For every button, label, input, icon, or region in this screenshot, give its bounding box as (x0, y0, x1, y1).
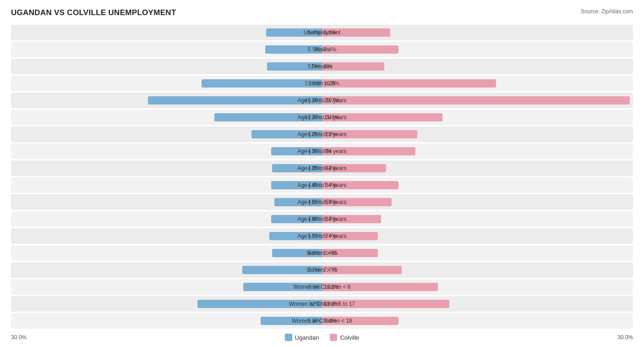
chart-header: UGANDAN VS COLVILLE UNEMPLOYMENT Source:… (11, 8, 633, 17)
row-label: Age | 55 to 59 years (297, 199, 346, 205)
row-label: Age | 45 to 54 years (297, 182, 346, 188)
chart-row: 4.8% Age | 35 to 44 years 6.2% (11, 160, 633, 176)
row-label: Males (315, 46, 329, 53)
row-label: Age | 25 to 29 years (297, 131, 346, 138)
chart-footer: 30.0% Ugandan Colville 30.0% (11, 334, 633, 341)
chart-container: UGANDAN VS COLVILLE UNEMPLOYMENT Source:… (0, 0, 644, 347)
chart-row: 7.6% Women w/ Children < 6 11.2% (11, 279, 633, 295)
chart-row: 5.1% Age | 65 to 74 years 5.4% (11, 228, 633, 244)
row-inner: 12% Women w/ Children 6 to 17 12.3% (11, 296, 633, 312)
chart-row: 5.9% Women w/ Children < 18 7.4% (11, 313, 633, 329)
bar-left (202, 79, 322, 88)
legend-colville-box (330, 334, 337, 341)
chart-row: 7.7% Seniors > 75 7.7% (11, 262, 633, 278)
chart-row: 6.8% Age | 25 to 29 years 9.2% (11, 127, 633, 142)
chart-row: 11.6% Youth < 25 16.8% (11, 76, 633, 91)
bar-left (148, 96, 322, 105)
row-label: Age | 20 to 24 years (297, 114, 346, 121)
chart-title: UGANDAN VS COLVILLE UNEMPLOYMENT (11, 8, 176, 17)
footer-left-value: 30.0% (11, 334, 38, 341)
legend-ugandan-box (285, 334, 292, 341)
row-label: Seniors > 65 (306, 250, 338, 256)
row-inner: 7.6% Women w/ Children < 6 11.2% (11, 279, 633, 295)
bar-right (322, 96, 630, 105)
footer-right-value: 30.0% (606, 334, 633, 341)
row-inner: 4.9% Age | 30 to 34 years 9% (11, 143, 633, 159)
row-inner: 5.4% Unemployment 6.6% (11, 25, 633, 40)
chart-row: 12% Women w/ Children 6 to 17 12.3% (11, 296, 633, 312)
row-label: Age | 65 to 74 years (297, 233, 346, 239)
chart-row: 5.4% Unemployment 6.6% (11, 25, 633, 40)
legend-ugandan-label: Ugandan (295, 334, 319, 341)
chart-row: 5.3% Females 6% (11, 59, 633, 74)
row-inner: 6.8% Age | 25 to 29 years 9.2% (11, 127, 633, 142)
row-label: Age | 35 to 44 years (297, 165, 346, 171)
chart-row: 4.9% Age | 30 to 34 years 9% (11, 143, 633, 159)
row-label: Unemployment (304, 29, 341, 36)
row-inner: 5.3% Females 6% (11, 59, 633, 74)
row-label: Females (311, 63, 333, 70)
chart-row: 4.8% Seniors > 65 5.4% (11, 245, 633, 261)
chart-row: 5.5% Males 7.4% (11, 42, 633, 57)
row-label: Women w/ Children < 6 (294, 284, 351, 290)
row-inner: 7.7% Seniors > 75 7.7% (11, 262, 633, 278)
chart-row: 4.9% Age | 45 to 54 years 7.4% (11, 177, 633, 193)
legend-colville-label: Colville (340, 334, 359, 341)
row-label: Women w/ Children < 18 (292, 318, 352, 324)
row-label: Youth < 25 (309, 80, 335, 87)
bar-right (322, 79, 496, 88)
row-inner: 4.6% Age | 55 to 59 years 6.7% (11, 194, 633, 210)
row-label: Seniors > 75 (306, 267, 338, 273)
row-inner: 4.8% Seniors > 65 5.4% (11, 245, 633, 261)
row-label: Age | 16 to 19 years (297, 97, 346, 104)
row-inner: 11.6% Youth < 25 16.8% (11, 76, 633, 91)
row-inner: 16.8% Age | 16 to 19 years 29.7% (11, 93, 633, 108)
chart-row: 4.6% Age | 55 to 59 years 6.7% (11, 194, 633, 210)
chart-body: 5.4% Unemployment 6.6% 5.5% Males 7.4% 5… (11, 25, 633, 330)
legend-ugandan: Ugandan (285, 334, 319, 341)
legend-colville: Colville (330, 334, 359, 341)
row-inner: 4.9% Age | 60 to 64 years 5.7% (11, 211, 633, 227)
row-label: Age | 30 to 34 years (297, 148, 346, 154)
chart-row: 10.4% Age | 20 to 24 years 11.6% (11, 110, 633, 125)
row-inner: 10.4% Age | 20 to 24 years 11.6% (11, 110, 633, 125)
row-label: Women w/ Children 6 to 17 (289, 301, 355, 307)
row-inner: 5.1% Age | 65 to 74 years 5.4% (11, 228, 633, 244)
row-label: Age | 60 to 64 years (297, 216, 346, 222)
chart-row: 16.8% Age | 16 to 19 years 29.7% (11, 93, 633, 108)
row-inner: 5.5% Males 7.4% (11, 42, 633, 57)
chart-row: 4.9% Age | 60 to 64 years 5.7% (11, 211, 633, 227)
legend: Ugandan Colville (38, 334, 606, 341)
chart-source: Source: ZipAtlas.com (581, 8, 633, 15)
row-inner: 4.9% Age | 45 to 54 years 7.4% (11, 177, 633, 193)
row-inner: 4.8% Age | 35 to 44 years 6.2% (11, 160, 633, 176)
row-inner: 5.9% Women w/ Children < 18 7.4% (11, 313, 633, 329)
